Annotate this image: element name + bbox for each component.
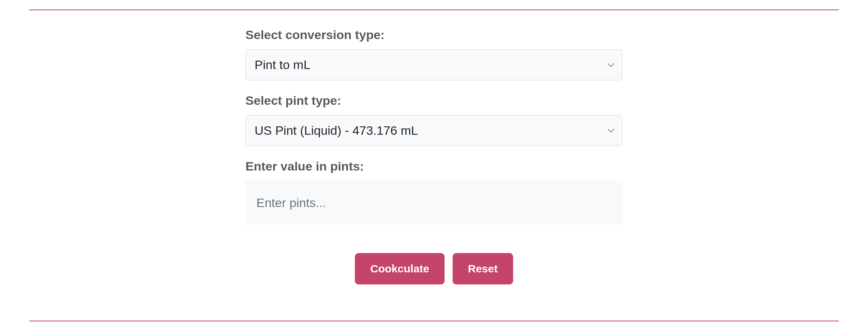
conversion-form: Select conversion type: Pint to mL Selec… (245, 28, 623, 284)
reset-button[interactable]: Reset (453, 253, 513, 284)
conversion-type-group: Select conversion type: Pint to mL (245, 28, 623, 80)
button-row: Cookculate Reset (245, 253, 623, 284)
pints-input[interactable] (245, 181, 623, 225)
conversion-type-label: Select conversion type: (245, 28, 623, 42)
divider-top (29, 9, 839, 10)
cookculate-button[interactable]: Cookculate (355, 253, 445, 284)
pint-type-select[interactable]: US Pint (Liquid) - 473.176 mL (245, 115, 623, 146)
conversion-type-select-wrap: Pint to mL (245, 49, 623, 80)
divider-bottom (29, 321, 839, 321)
conversion-type-select[interactable]: Pint to mL (245, 49, 623, 80)
value-input-label: Enter value in pints: (245, 159, 623, 173)
pint-type-group: Select pint type: US Pint (Liquid) - 473… (245, 93, 623, 146)
pint-type-label: Select pint type: (245, 93, 623, 108)
pint-type-select-wrap: US Pint (Liquid) - 473.176 mL (245, 115, 623, 146)
value-input-group: Enter value in pints: (245, 159, 623, 225)
